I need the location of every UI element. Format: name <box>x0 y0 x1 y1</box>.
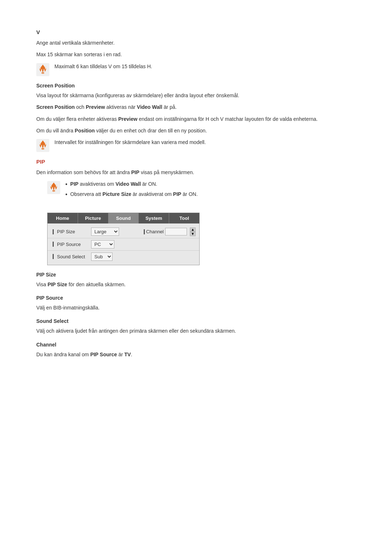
sound-select-value: Sub Main <box>91 253 113 261</box>
pip-size-select[interactable]: Large Small Medium <box>91 227 119 236</box>
p1: Ange antal vertikala skärmenheter. <box>36 39 356 47</box>
pip-note-container: • PIP avaktiveras om Video Wall är ON. •… <box>47 180 356 201</box>
bullet1: • PIP avaktiveras om Video Wall är ON. <box>65 180 198 188</box>
channel-area: Channel ▲ ▼ <box>119 227 196 236</box>
bullet2-text: Observera att Picture Size är avaktivera… <box>70 190 198 198</box>
p4: Screen Position och Preview aktiveras nä… <box>36 103 356 111</box>
menu-row-sound-select: Sound Select Sub Main <box>48 251 199 263</box>
channel-desc: Channel Du kan ändra kanal om PIP Source… <box>36 342 356 358</box>
note1-icon <box>36 63 49 76</box>
v-heading: V <box>36 29 356 35</box>
bullet2: • Observera att Picture Size är avaktive… <box>65 190 198 198</box>
p5: Om du väljer flera enheter aktiveras Pre… <box>36 115 356 123</box>
menu-header-system[interactable]: System <box>139 213 169 223</box>
svg-point-1 <box>41 72 44 74</box>
svg-point-5 <box>52 190 55 192</box>
menu-header-home[interactable]: Home <box>48 213 78 223</box>
sound-select-bar <box>53 254 54 259</box>
channel-p-bold1: PIP Source <box>90 352 117 357</box>
pip-heading: PIP <box>36 159 356 165</box>
pip-p1: Den information som behövs för att ändra… <box>36 168 356 176</box>
bullet1-text: PIP avaktiveras om Video Wall är ON. <box>70 180 158 188</box>
pip-source-heading: PIP Source <box>36 295 356 301</box>
menu-row-pip-size: PIP Size Large Small Medium Channel ▲ ▼ <box>48 226 199 238</box>
sound-select-heading: Sound Select <box>36 318 356 324</box>
pip-size-bold: PIP Size <box>48 282 67 287</box>
pip-source-value: PC TV HDMI <box>91 240 114 249</box>
pip-size-desc: PIP Size Visa PIP Size för den aktuella … <box>36 272 356 288</box>
sound-select-label: Sound Select <box>51 254 91 259</box>
pip-source-bar <box>53 242 54 247</box>
menu-header-sound[interactable]: Sound <box>109 213 139 223</box>
pip-source-p: Välj en BIB-inmatningskälla. <box>36 304 356 312</box>
channel-heading: Channel <box>36 342 356 348</box>
channel-p-bold2: TV <box>124 352 131 357</box>
v-section: V Ange antal vertikala skärmenheter. Max… <box>36 29 356 76</box>
sound-select-p: Välj och aktivera ljudet från antingen d… <box>36 327 356 335</box>
note1-text: Maximalt 6 kan tilldelas V om 15 tilldel… <box>54 62 152 70</box>
pip-size-p: Visa PIP Size för den aktuella skärmen. <box>36 280 356 288</box>
pip-size-bar <box>53 229 54 234</box>
p2: Max 15 skärmar kan sorteras i en rad. <box>36 50 356 58</box>
p4-bold1: Screen Position <box>36 104 75 110</box>
spinner-up[interactable]: ▲ <box>190 227 196 232</box>
menu-header-tool[interactable]: Tool <box>169 213 199 223</box>
spinner-down[interactable]: ▼ <box>190 232 196 236</box>
note2-text: Intervallet för inställningen för skärmd… <box>54 138 206 146</box>
pip-note-icon <box>47 181 60 194</box>
pip-p1-bold: PIP <box>131 169 139 175</box>
pip-source-label: PIP Source <box>51 242 91 247</box>
pip-bullets: • PIP avaktiveras om Video Wall är ON. •… <box>65 180 198 201</box>
p6-bold1: Position <box>75 128 95 134</box>
note2-icon <box>36 139 49 152</box>
pip-source-desc: PIP Source Välj en BIB-inmatningskälla. <box>36 295 356 312</box>
p4-bold3: Video Wall <box>137 104 162 110</box>
channel-p: Du kan ändra kanal om PIP Source är TV. <box>36 350 356 358</box>
p4-bold2: Preview <box>86 104 105 110</box>
menu-header-picture[interactable]: Picture <box>78 213 109 223</box>
pip-source-select[interactable]: PC TV HDMI <box>91 240 114 249</box>
menu-table: Home Picture Sound System Tool PIP Size … <box>47 213 200 265</box>
channel-spinner: ▲ ▼ <box>190 227 196 236</box>
p6: Om du vill ändra Position väljer du en e… <box>36 127 356 135</box>
pip-size-label: PIP Size <box>51 229 91 234</box>
pip-size-heading: PIP Size <box>36 272 356 278</box>
channel-label: Channel <box>146 229 164 234</box>
note1-row: Maximalt 6 kan tilldelas V om 15 tilldel… <box>36 62 356 76</box>
sound-select-desc: Sound Select Välj och aktivera ljudet fr… <box>36 318 356 335</box>
screen-position-section: Screen Position Visa layout för skärmarn… <box>36 83 356 152</box>
channel-input[interactable] <box>165 228 187 235</box>
pip-size-value: Large Small Medium <box>91 227 119 236</box>
svg-point-3 <box>41 148 44 150</box>
p3: Visa layout för skärmarna (konfigureras … <box>36 91 356 99</box>
sound-select-select[interactable]: Sub Main <box>91 253 113 261</box>
note2-row: Intervallet för inställningen för skärmd… <box>36 138 356 152</box>
screen-position-heading: Screen Position <box>36 83 356 89</box>
menu-header: Home Picture Sound System Tool <box>48 213 199 223</box>
channel-bar <box>144 229 145 234</box>
menu-row-pip-source: PIP Source PC TV HDMI <box>48 238 199 251</box>
menu-body: PIP Size Large Small Medium Channel ▲ ▼ <box>48 223 199 265</box>
p5-bold1: Preview <box>118 116 138 122</box>
pip-section: PIP Den information som behövs för att ä… <box>36 159 356 358</box>
